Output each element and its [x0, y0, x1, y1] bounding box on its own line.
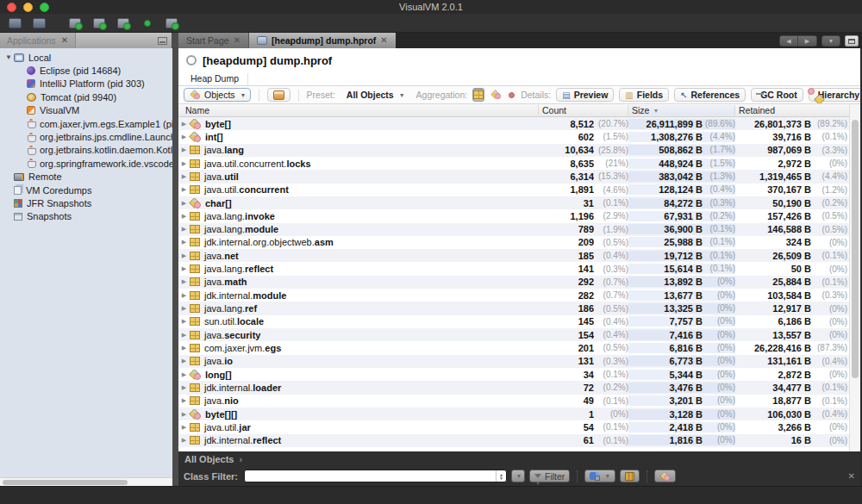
tree-item[interactable]: Tomcat (pid 9940)	[0, 90, 172, 103]
table-row[interactable]: ▶ byte[][] 1 (0%) 3,128 B (0%)	[178, 408, 849, 420]
tree-item[interactable]: VM Coredumps	[0, 184, 172, 196]
tab-heapdump[interactable]: [heapdump] dump.hprof ✕	[249, 33, 396, 48]
table-row[interactable]: ▶ jdk.internal.loader 72 (0.2%) 3,476 B …	[178, 381, 849, 394]
table-row[interactable]: ▶ java.lang 10,634 (25.8%) 508,862 B (1.…	[178, 144, 849, 157]
aggregation-instances-button[interactable]	[508, 88, 515, 102]
toolbar-button[interactable]	[67, 16, 83, 30]
table-row[interactable]: ▶ java.util.jar 54 (0.1%) 2,418 B (0%)	[178, 420, 849, 433]
table-row[interactable]: ▶ long[] 34 (0.1%) 5,344 B (0%)	[178, 368, 849, 381]
table-row[interactable]: ▶ byte[] 8,512 (20.7%) 26,911,899 B (89.…	[178, 117, 849, 130]
expander-icon[interactable]: ▶	[178, 252, 190, 259]
table-row[interactable]: ▶ java.lang.module 789 (1.9%) 36,900 B (…	[178, 223, 849, 236]
breadcrumb[interactable]: All Objects	[184, 454, 234, 464]
close-icon[interactable]: ✕	[380, 36, 387, 45]
table-row[interactable]: ▶ jdk.internal.module 282 (0.7%) 13,677 …	[178, 289, 849, 302]
objects-dropdown[interactable]: Objects ▼	[184, 88, 251, 102]
scrollbar-thumb[interactable]	[852, 120, 859, 378]
table-row[interactable]: ▶ java.util.concurrent 1,891 (4.6%) 128,…	[178, 184, 849, 196]
column-header-count[interactable]: Count	[539, 105, 628, 115]
table-row[interactable]: ▶ java.nio 49 (0.1%) 3,201 B (0%)	[178, 395, 849, 408]
expander-icon[interactable]: ▶	[178, 318, 190, 325]
details-button[interactable]: ↖ References	[674, 88, 746, 102]
expander-icon[interactable]: ▶	[178, 278, 190, 285]
expander-icon[interactable]: ▶	[178, 173, 190, 180]
details-button[interactable]: ▥ Fields	[619, 88, 669, 102]
scrollbar-thumb[interactable]	[3, 480, 128, 485]
tree-item[interactable]: IntelliJ Platform (pid 303)	[0, 78, 172, 90]
tree-item[interactable]: org.jetbrains.jps.cmdline.Launcher (	[0, 130, 172, 143]
class-filter-input[interactable]	[245, 471, 496, 482]
toolbar-button[interactable]	[31, 16, 47, 30]
tree-item[interactable]: ▼ Local	[0, 51, 172, 64]
tab-list-dropdown-icon[interactable]: ▼	[821, 35, 840, 47]
details-button[interactable]: ▤ Preview	[556, 88, 614, 102]
filter-options-dropdown[interactable]: ▼	[511, 470, 525, 482]
tree-item[interactable]: Eclipse (pid 14684)	[0, 64, 172, 77]
window-layout-button[interactable]	[267, 88, 290, 102]
tree-item[interactable]: Remote	[0, 171, 172, 184]
next-tab-icon[interactable]: ▶	[798, 35, 817, 47]
tree-item[interactable]: org.springframework.ide.vscode.bo	[0, 157, 172, 170]
tab-applications[interactable]: Applications ✕	[0, 33, 76, 48]
expander-icon[interactable]: ▶	[178, 424, 190, 431]
table-row[interactable]: ▶ char[] 31 (0.1%) 84,272 B (0.3%)	[178, 196, 849, 209]
prev-tab-icon[interactable]: ◀	[779, 35, 798, 47]
layout-dropdown-button[interactable]: ▼	[584, 470, 615, 482]
expander-icon[interactable]: ▶	[178, 411, 190, 418]
expander-icon[interactable]: ▶	[178, 213, 190, 220]
aggregation-packages-button[interactable]	[472, 88, 484, 102]
toolbar-button[interactable]	[7, 16, 22, 30]
table-row[interactable]: ▶ int[] 602 (1.5%) 1,308,276 B (4.4%)	[178, 130, 849, 143]
expander-icon[interactable]: ▶	[178, 134, 190, 140]
expander-icon[interactable]: ▶	[178, 358, 190, 364]
expander-icon[interactable]: ▶	[178, 371, 190, 378]
table-row[interactable]: ▶ sun.util.locale 145 (0.4%) 7,757 B (0%…	[178, 315, 849, 328]
column-header-retained[interactable]: Retained	[735, 105, 849, 115]
splitter[interactable]	[172, 48, 178, 486]
toolbar-button[interactable]	[164, 16, 179, 30]
table-row[interactable]: ▶ java.util.concurrent.locks 8,635 (21%)…	[178, 157, 849, 170]
tree-item[interactable]: Snapshots	[0, 210, 172, 223]
table-row[interactable]: ▶ java.util 6,314 (15.3%) 383,042 B (1.3…	[178, 170, 849, 183]
details-button[interactable]: Hierarchy	[809, 88, 860, 102]
tree-item[interactable]: com.jaxer.jvm.egs.Example1 (pid 1	[0, 117, 172, 130]
expander-icon[interactable]: ▶	[178, 265, 190, 272]
classes-view-button[interactable]	[654, 470, 676, 482]
splitter[interactable]	[172, 33, 178, 48]
expander-icon[interactable]: ▶	[178, 226, 190, 233]
expander-icon[interactable]: ▶	[178, 345, 190, 352]
table-row[interactable]: ▶ java.net 185 (0.4%) 19,712 B (0.1%)	[178, 249, 849, 262]
table-vertical-scrollbar[interactable]	[849, 104, 860, 451]
expander-icon[interactable]: ▶	[178, 160, 190, 167]
table-row[interactable]: ▶ java.math 292 (0.7%) 13,892 B (0%)	[178, 276, 849, 289]
expander-icon[interactable]: ▼	[3, 53, 14, 61]
expander-icon[interactable]: ▶	[178, 292, 190, 299]
minimize-panel-icon[interactable]	[158, 37, 167, 45]
expander-icon[interactable]: ▶	[178, 332, 190, 339]
aggregation-classes-button[interactable]	[490, 88, 503, 102]
tab-heap-dump[interactable]: Heap Dump	[178, 73, 248, 85]
preset-dropdown[interactable]: All Objects ▼	[340, 88, 411, 102]
expander-icon[interactable]: ▶	[178, 305, 190, 312]
table-row[interactable]: ▶ java.lang.ref 186 (0.5%) 13,325 B (0%)	[178, 302, 849, 314]
table-row[interactable]: ▶ com.jaxer.jvm.egs 201 (0.5%) 6,816 B (…	[178, 341, 849, 354]
expander-icon[interactable]: ▶	[178, 437, 190, 444]
tree-item[interactable]: JFR Snapshots	[0, 196, 172, 209]
expander-icon[interactable]: ▶	[178, 146, 190, 153]
table-row[interactable]: ▶ java.io 131 (0.3%) 6,773 B (0%)	[178, 355, 849, 368]
expander-icon[interactable]: ▶	[178, 397, 190, 404]
toolbar-button[interactable]	[91, 16, 107, 30]
table-row[interactable]: ▶ java.security 154 (0.4%) 7,416 B (0%)	[178, 328, 849, 341]
expander-icon[interactable]: ▶	[178, 384, 190, 391]
expander-icon[interactable]: ▶	[178, 200, 190, 207]
column-header-size[interactable]: Size ▼	[628, 105, 735, 115]
histogram-button[interactable]	[620, 470, 640, 482]
tree-item[interactable]: org.jetbrains.kotlin.daemon.KotlinCo	[0, 144, 172, 157]
close-icon[interactable]: ✕	[848, 471, 855, 481]
tab-start-page[interactable]: Start Page ✕	[178, 33, 249, 48]
close-icon[interactable]: ✕	[61, 36, 68, 45]
close-icon[interactable]: ✕	[234, 36, 240, 45]
expander-icon[interactable]: ▶	[178, 186, 190, 193]
table-row[interactable]: ▶ jdk.internal.reflect 61 (0.1%) 1,816 B…	[178, 434, 849, 447]
tree-item[interactable]: VisualVM	[0, 104, 172, 117]
